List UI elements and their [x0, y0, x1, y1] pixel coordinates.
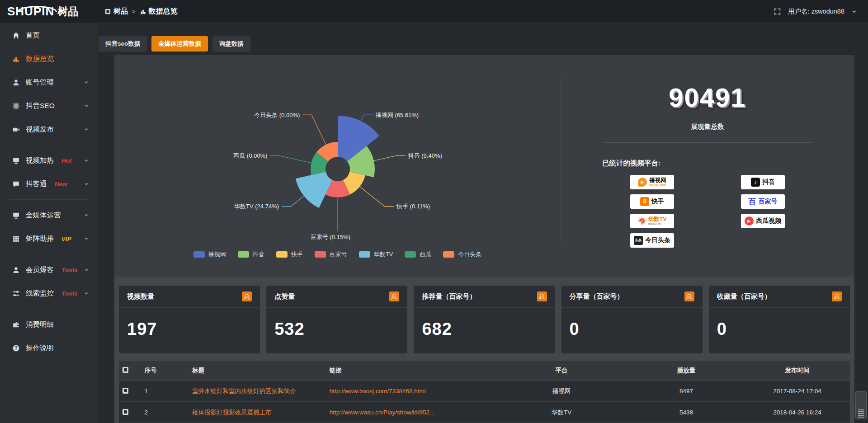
widget-bar: [858, 415, 864, 416]
chevron-down-icon[interactable]: [851, 9, 857, 14]
select-all-checkbox[interactable]: [123, 367, 128, 373]
stat-card-value: 0: [709, 308, 850, 339]
legend-item-今日头条[interactable]: 今日头条: [443, 250, 481, 258]
cell-time: 2017-08-24 17:04: [745, 381, 850, 402]
breadcrumb-root[interactable]: 树品: [104, 7, 128, 16]
legend-item-快手[interactable]: 快手: [276, 250, 303, 258]
platform-badge-wasu[interactable]: 华数TVwasu.cn: [630, 214, 674, 228]
stat-card-label: 视频数量: [127, 292, 154, 301]
legend-swatch: [276, 251, 288, 258]
platform-badge-baijiahao[interactable]: 百 百家号: [741, 194, 785, 209]
stat-card-recommends: 推荐量（百家号）总 682: [414, 286, 555, 353]
stat-card-video-count: 视频数量总 197: [119, 286, 260, 353]
chevron-down-icon: [84, 80, 89, 85]
legend-item-播视网[interactable]: 播视网: [193, 250, 226, 258]
chat-icon: [12, 180, 20, 188]
legend-item-百家号[interactable]: 百家号: [315, 250, 347, 258]
col-header-title: 标题: [189, 361, 326, 381]
stat-card-value: 197: [119, 308, 260, 339]
platform-badge-douyin[interactable]: ♪ 抖音: [741, 175, 785, 189]
chart-panel: 播视网 (65.61%)抖音 (9.40%)快手 (0.11%)百家号 (0.1…: [114, 55, 854, 277]
sidebar-divider: [9, 254, 89, 254]
rose-chart-area: 播视网 (65.61%)抖音 (9.40%)快手 (0.11%)百家号 (0.1…: [114, 55, 561, 277]
cell-title-link[interactable]: 室外水纹灯和室内水纹灯的区别和简介: [189, 381, 326, 402]
tab-omni-media-data[interactable]: 全媒体运营数据: [151, 36, 208, 52]
platform-badge-boosj[interactable]: ▶ 播视网boosj.com: [630, 175, 674, 189]
platform-name: 播视网: [649, 178, 666, 183]
platform-badge-kuaishou[interactable]: 8 快手: [630, 194, 674, 209]
total-badge[interactable]: 总: [684, 291, 694, 301]
pie-label-快手: 快手 (0.11%): [396, 203, 429, 210]
platform-name: 今日头条: [645, 236, 670, 244]
pie-slice-华数TV[interactable]: [295, 172, 332, 208]
grid-icon: [12, 235, 20, 243]
sliders-icon: [12, 290, 20, 297]
sidebar-item-home[interactable]: 首页: [0, 24, 98, 47]
cell-platform: 播视网: [495, 381, 628, 402]
summary-panel: 90491 展现量总数 已统计的视频平台: ▶ 播视网boosj.com ♪ 抖…: [561, 55, 854, 277]
row-checkbox[interactable]: [123, 409, 128, 415]
platform-badge-toutiao[interactable]: 头条 今日头条: [630, 233, 674, 248]
sidebar-item-label: 抖音SEO: [26, 101, 55, 111]
sidebar-item-doketong[interactable]: 抖客通 New: [0, 172, 98, 196]
sidebar-item-spending-detail[interactable]: 消费明细: [0, 313, 98, 336]
legend-label: 百家号: [330, 250, 347, 258]
sidebar-item-label: 消费明细: [26, 320, 54, 329]
cell-url-link[interactable]: http://www.boosj.com/7338468.html: [326, 381, 495, 402]
fullscreen-icon[interactable]: [774, 8, 781, 15]
total-badge[interactable]: 总: [832, 291, 842, 301]
legend-item-华数TV[interactable]: 华数TV: [359, 250, 393, 258]
widget-bar: [858, 413, 864, 414]
sidebar-item-douyin-seo[interactable]: 抖音SEO: [0, 94, 98, 118]
chevron-down-icon: [84, 181, 89, 187]
user-icon: [12, 79, 20, 86]
sidebar-item-video-heat[interactable]: 视频加热 Hot: [0, 149, 98, 172]
cell-title-link[interactable]: 楼体投影灯投影效果震撼上市: [189, 402, 326, 423]
sidebar-item-accounts[interactable]: 账号管理: [0, 70, 98, 94]
sidebar-divider: [9, 199, 89, 200]
gear-icon: [12, 102, 20, 110]
legend-swatch: [443, 251, 454, 258]
sidebar-item-member-baoke[interactable]: 会员爆客 Tools: [0, 258, 98, 282]
sidebar-item-help[interactable]: ? 操作说明: [0, 336, 98, 360]
total-impressions-label: 展现量总数: [561, 122, 854, 131]
sidebar-item-video-publish[interactable]: 视频发布: [0, 118, 98, 141]
breadcrumb-current-label: 数据总览: [149, 7, 178, 16]
total-impressions-value: 90491: [561, 82, 854, 113]
platform-share-rose-chart[interactable]: 播视网 (65.61%)抖音 (9.40%)快手 (0.11%)百家号 (0.1…: [179, 82, 496, 249]
pie-label-西瓜: 西瓜 (0.00%): [233, 152, 267, 159]
app-logo: SHUPIN 树品: [0, 5, 98, 19]
sidebar-item-data-overview[interactable]: 数据总览: [0, 47, 98, 70]
cell-url-link[interactable]: http://www.wasu.cn/Play/show/id/952...: [326, 402, 495, 423]
sidebar-item-label: 数据总览: [26, 54, 54, 64]
breadcrumb-current[interactable]: 数据总览: [140, 7, 178, 16]
row-checkbox[interactable]: [123, 388, 128, 394]
col-header-no: 序号: [141, 361, 189, 381]
total-badge[interactable]: 总: [537, 291, 547, 301]
sidebar-item-matrix-boost[interactable]: 矩阵助推 VIP: [0, 227, 98, 250]
sidebar-item-label: 视频加热: [26, 156, 54, 165]
new-badge: New: [55, 181, 67, 188]
tab-douyin-seo-data[interactable]: 抖音seo数据: [99, 36, 147, 52]
username-label[interactable]: 用户名: zswodun88: [788, 7, 844, 16]
question-icon: ?: [12, 344, 20, 352]
sidebar-item-lead-monitor[interactable]: 线索监控 Tools: [0, 282, 98, 305]
pie-leader-line: [373, 155, 405, 161]
total-badge[interactable]: 总: [389, 291, 399, 301]
legend-label: 快手: [291, 250, 303, 258]
legend-item-西瓜[interactable]: 西瓜: [405, 250, 431, 258]
chevron-down-icon: [84, 236, 89, 241]
boosj-logo-icon: ▶: [638, 178, 647, 187]
floating-widget[interactable]: [855, 391, 867, 419]
legend-item-抖音[interactable]: 抖音: [238, 250, 264, 258]
tab-inquiry-data[interactable]: 询盘数据: [212, 36, 250, 52]
platform-name: 华数TV: [648, 216, 667, 222]
total-badge[interactable]: 总: [242, 291, 252, 301]
stat-card-value: 532: [266, 308, 407, 339]
sidebar-item-label: 线索监控: [26, 289, 54, 298]
col-header-time: 发布时间: [745, 361, 850, 381]
platform-badge-xigua[interactable]: ▶ 西瓜视频: [741, 214, 785, 228]
breadcrumb: 树品 > 数据总览: [104, 7, 178, 16]
sidebar-item-omni-media[interactable]: 全媒体运营: [0, 203, 98, 227]
widget-bar: [858, 409, 864, 410]
